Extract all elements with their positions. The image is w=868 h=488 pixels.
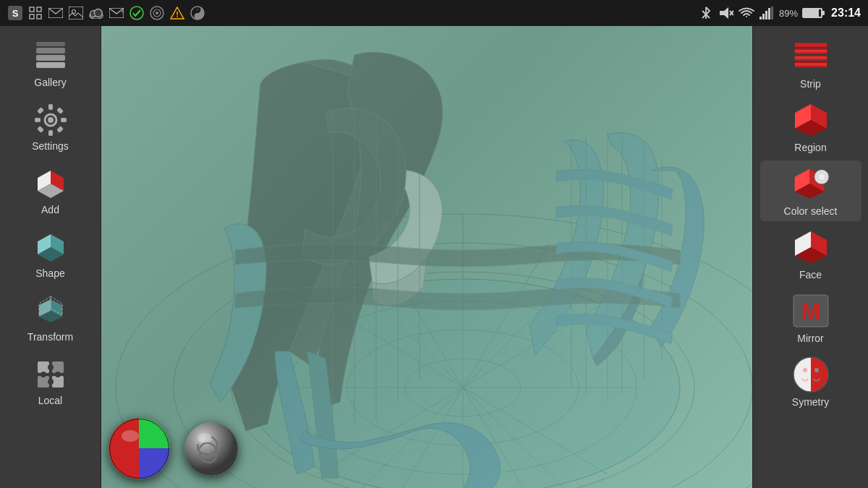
material-ball[interactable] bbox=[184, 422, 238, 476]
mail2-icon: @ bbox=[109, 5, 124, 21]
svg-marker-25 bbox=[720, 7, 728, 19]
svg-rect-28 bbox=[760, 17, 762, 20]
transform-label: Transform bbox=[27, 331, 73, 343]
right-sidebar: Strip Region bbox=[752, 26, 868, 488]
bluetooth-icon bbox=[698, 5, 714, 21]
svg-rect-44 bbox=[56, 107, 64, 114]
status-bar: S bbox=[0, 0, 868, 26]
strip-label: Strip bbox=[800, 78, 821, 90]
viewport-background bbox=[101, 26, 752, 488]
svg-rect-58 bbox=[38, 361, 49, 373]
status-icons-right: 89% 23:14 bbox=[698, 5, 861, 21]
svg-rect-43 bbox=[37, 107, 44, 114]
cloud-icon bbox=[88, 5, 104, 21]
svg-rect-34 bbox=[36, 55, 65, 61]
svg-rect-39 bbox=[48, 104, 53, 110]
svg-point-14 bbox=[130, 7, 143, 20]
svg-rect-33 bbox=[36, 62, 65, 68]
svg-point-65 bbox=[55, 372, 61, 377]
gallery-label: Gallery bbox=[34, 77, 66, 88]
mail-icon bbox=[48, 5, 64, 21]
svg-rect-101 bbox=[794, 55, 827, 56]
settings-icon bbox=[33, 103, 68, 137]
grid-icon bbox=[27, 5, 43, 21]
right-item-region[interactable]: Region bbox=[760, 97, 861, 158]
svg-rect-60 bbox=[38, 376, 49, 388]
svg-point-64 bbox=[41, 372, 46, 377]
strip-icon bbox=[792, 38, 830, 75]
region-icon bbox=[792, 101, 830, 139]
signal-icon bbox=[759, 5, 775, 21]
svg-text:!: ! bbox=[176, 10, 179, 19]
svg-rect-99 bbox=[794, 61, 827, 63]
status-time: 23:14 bbox=[831, 7, 861, 20]
svg-text:@: @ bbox=[121, 8, 124, 14]
viewport[interactable] bbox=[101, 26, 752, 488]
svg-point-97 bbox=[197, 433, 212, 443]
svg-rect-5 bbox=[37, 14, 41, 19]
gallery-icon bbox=[33, 39, 68, 74]
svg-text:M: M bbox=[801, 299, 820, 325]
svg-rect-40 bbox=[48, 130, 53, 136]
svg-rect-32 bbox=[771, 7, 773, 20]
warning-icon: ! bbox=[169, 5, 185, 21]
check-icon bbox=[129, 5, 145, 21]
sidebar-item-local[interactable]: Local bbox=[7, 351, 94, 412]
svg-rect-103 bbox=[794, 48, 827, 50]
shape-icon bbox=[33, 230, 68, 265]
color-select-label: Color select bbox=[784, 205, 838, 217]
svg-rect-46 bbox=[56, 126, 64, 133]
sidebar-item-gallery[interactable]: Gallery bbox=[7, 33, 94, 94]
svg-rect-30 bbox=[765, 11, 767, 20]
right-item-strip[interactable]: Strip bbox=[760, 33, 861, 94]
svg-point-11 bbox=[94, 9, 102, 17]
sidebar-item-add[interactable]: Add bbox=[7, 160, 94, 221]
photo-icon bbox=[68, 5, 84, 21]
add-label: Add bbox=[41, 204, 59, 215]
mirror-icon: M bbox=[792, 292, 830, 330]
svg-rect-3 bbox=[37, 7, 41, 12]
settings-label: Settings bbox=[32, 140, 69, 152]
transform-icon bbox=[33, 294, 68, 328]
shape-label: Shape bbox=[35, 267, 64, 279]
svg-point-21 bbox=[197, 9, 199, 11]
face-icon bbox=[792, 228, 830, 266]
local-icon bbox=[33, 357, 68, 392]
color-sphere[interactable] bbox=[109, 418, 170, 479]
mirror-label: Mirror bbox=[797, 333, 824, 344]
svg-rect-7 bbox=[69, 7, 83, 20]
right-item-symetry[interactable]: Symetry bbox=[760, 351, 861, 412]
svg-rect-35 bbox=[36, 48, 65, 53]
svg-rect-105 bbox=[794, 63, 827, 65]
svg-rect-29 bbox=[762, 14, 765, 20]
sidebar-item-settings[interactable]: Settings bbox=[7, 97, 94, 158]
sidebar-item-transform[interactable]: Transform bbox=[7, 288, 94, 348]
svg-rect-31 bbox=[768, 8, 770, 20]
svg-rect-107 bbox=[794, 50, 827, 52]
local-label: Local bbox=[38, 395, 62, 406]
add-icon bbox=[33, 166, 68, 201]
svg-rect-2 bbox=[30, 7, 34, 12]
svg-point-63 bbox=[48, 379, 54, 385]
bottom-tools bbox=[109, 418, 238, 479]
right-item-color-select[interactable]: Color select bbox=[760, 160, 861, 221]
svg-text:S: S bbox=[12, 8, 19, 19]
s-icon: S bbox=[7, 5, 23, 21]
face-label: Face bbox=[799, 269, 822, 281]
svg-rect-4 bbox=[30, 14, 34, 19]
battery-percent: 89% bbox=[779, 8, 798, 19]
svg-point-123 bbox=[803, 368, 807, 372]
svg-rect-41 bbox=[35, 118, 41, 122]
main-content: Gallery Settings bbox=[0, 26, 868, 488]
svg-rect-104 bbox=[794, 43, 827, 47]
svg-rect-61 bbox=[52, 376, 64, 388]
svg-rect-59 bbox=[52, 361, 64, 373]
right-item-mirror[interactable]: M Mirror bbox=[760, 288, 861, 348]
svg-point-38 bbox=[48, 117, 54, 123]
svg-point-22 bbox=[197, 15, 199, 17]
right-item-face[interactable]: Face bbox=[760, 224, 861, 285]
svg-rect-42 bbox=[61, 118, 67, 122]
wifi-icon bbox=[739, 5, 754, 21]
symetry-label: Symetry bbox=[792, 396, 829, 408]
sidebar-item-shape[interactable]: Shape bbox=[7, 224, 94, 285]
